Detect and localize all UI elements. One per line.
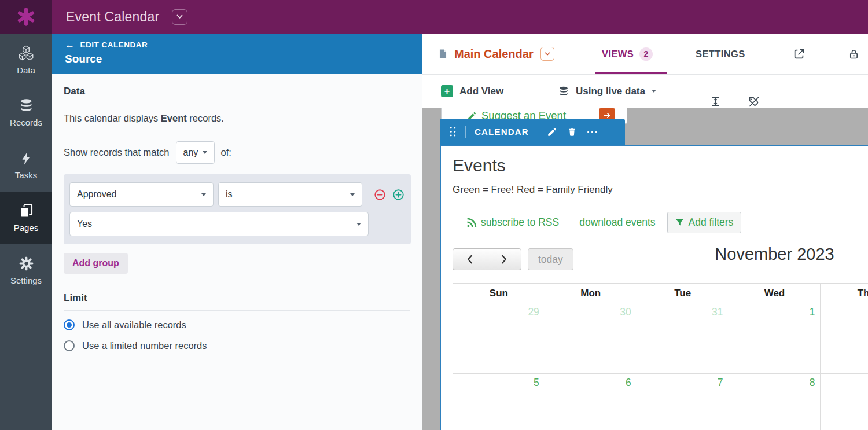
edit-view-pencil-icon[interactable] (547, 127, 557, 137)
displays-sentence: This calendar displays Event records. (64, 113, 410, 124)
day-cell[interactable] (821, 374, 868, 430)
lock-icon[interactable] (848, 47, 860, 61)
lightning-bolt-icon (19, 151, 34, 166)
sidebar: Data Records Tasks Pages Settings (0, 34, 52, 430)
add-rule-button[interactable] (392, 188, 405, 201)
divider (538, 126, 538, 138)
radio-selected-icon[interactable] (64, 319, 75, 330)
filter-operator-select[interactable]: is (218, 182, 362, 207)
calendar-week-row: 29 30 31 1 (453, 303, 868, 374)
sidebar-item-label: Tasks (15, 170, 37, 180)
filter-rule-group: Approved is Ye (64, 174, 411, 244)
limit-option-limited[interactable]: Use a limited number records (64, 340, 410, 351)
add-view-button[interactable]: + Add View (441, 75, 503, 108)
calendar-view-panel: Events Green = Free! Red = Family Friend… (440, 145, 868, 430)
page-name[interactable]: Main Calendar (454, 47, 534, 61)
match-prefix-label: Show records that match (64, 147, 170, 158)
calendar-title: Events (453, 156, 868, 175)
database-icon (19, 98, 34, 113)
day-header: Mon (545, 284, 637, 303)
arrow-right-icon (603, 112, 612, 119)
view-type-label[interactable]: CALENDAR (475, 127, 529, 137)
tab-views[interactable]: VIEWS 2 (602, 34, 653, 74)
plus-icon: + (441, 85, 453, 97)
day-cell[interactable] (821, 303, 868, 374)
remove-rule-button[interactable] (373, 188, 387, 201)
day-cell[interactable]: 7 (637, 374, 729, 430)
open-external-icon[interactable] (793, 47, 806, 60)
page-workspace: Main Calendar VIEWS 2 SETTINGS + (422, 34, 868, 430)
data-cubes-icon (17, 45, 35, 61)
match-suffix-label: of: (221, 147, 231, 158)
day-header: Sun (453, 284, 545, 303)
live-data-dropdown[interactable]: Using live data (558, 75, 656, 108)
day-cell[interactable]: 8 (729, 374, 821, 430)
views-toolbar: + Add View Using live data (422, 75, 868, 108)
database-icon (558, 86, 569, 97)
match-type-select[interactable]: any (176, 141, 215, 164)
panel-title: Source (65, 53, 409, 65)
asterisk-logo-icon (16, 7, 36, 27)
download-events-link[interactable]: download events (579, 216, 655, 229)
subscribe-rss-link[interactable]: subscribe to RSS (466, 216, 559, 229)
chevron-down-icon (201, 193, 206, 196)
day-header-row: Sun Mon Tue Wed Thu (453, 284, 868, 303)
day-cell[interactable]: 30 (545, 303, 637, 374)
day-cell[interactable]: 29 (453, 303, 545, 374)
chevron-down-icon (350, 193, 355, 196)
tab-settings[interactable]: SETTINGS (696, 34, 745, 74)
delete-view-trash-icon[interactable] (567, 127, 577, 137)
calendar-subtitle: Green = Free! Red = Family Friendly (453, 184, 868, 196)
calendar-view-toolbar: CALENDAR (440, 119, 625, 145)
data-section-heading: Data (64, 86, 410, 104)
live-preview-area: Suggest an Event CALENDAR (422, 108, 868, 430)
page-toolbar: Main Calendar VIEWS 2 SETTINGS (422, 34, 868, 75)
sidebar-item-label: Pages (14, 223, 39, 233)
sidebar-item-pages[interactable]: Pages (0, 192, 52, 244)
sidebar-item-records[interactable]: Records (0, 86, 52, 139)
chevron-down-icon (356, 223, 361, 226)
filter-value-select[interactable]: Yes (69, 212, 369, 236)
sidebar-item-data[interactable]: Data (0, 34, 52, 86)
calendar-nav-toolbar: today November 2023 (453, 246, 868, 276)
chevron-down-icon (652, 90, 656, 93)
limit-section-heading: Limit (64, 292, 410, 311)
limit-option-label: Use all available records (82, 319, 186, 330)
pages-icon (19, 203, 34, 219)
day-cell[interactable]: 5 (453, 374, 545, 430)
top-bar: Event Calendar (0, 0, 868, 34)
back-to-edit-calendar[interactable]: ← EDIT CALENDAR (65, 40, 409, 50)
app-menu-button[interactable] (172, 9, 187, 25)
sidebar-item-label: Data (17, 65, 35, 75)
day-header: Thu (821, 284, 868, 303)
more-options-ellipsis-icon[interactable] (587, 130, 598, 134)
day-cell[interactable]: 6 (545, 374, 637, 430)
app-logo[interactable] (0, 0, 52, 34)
add-filters-button[interactable]: Add filters (667, 212, 742, 233)
rss-icon (466, 218, 477, 228)
sidebar-item-label: Records (10, 117, 42, 127)
limit-option-label: Use a limited number records (82, 340, 207, 351)
day-header: Tue (637, 284, 729, 303)
limit-option-all[interactable]: Use all available records (64, 319, 410, 330)
back-arrow-icon: ← (65, 40, 75, 50)
sidebar-item-tasks[interactable]: Tasks (0, 139, 52, 192)
chevron-down-icon (203, 151, 207, 154)
day-cell[interactable]: 31 (637, 303, 729, 374)
month-title: November 2023 (453, 245, 868, 264)
page-menu-button[interactable] (540, 47, 554, 61)
app-title: Event Calendar (66, 9, 159, 25)
active-tab-underline (595, 72, 667, 74)
day-header: Wed (729, 284, 821, 303)
edit-calendar-panel: ← EDIT CALENDAR Source Data This calenda… (52, 34, 422, 430)
radio-unselected-icon[interactable] (64, 340, 75, 351)
add-group-button[interactable]: Add group (64, 253, 128, 274)
sidebar-item-settings[interactable]: Settings (0, 244, 52, 297)
day-cell[interactable]: 1 (729, 303, 821, 374)
filter-field-select[interactable]: Approved (69, 182, 214, 207)
drag-handle-icon[interactable] (449, 126, 457, 137)
filter-funnel-icon (675, 218, 684, 227)
divider (465, 126, 466, 138)
calendar-grid: Sun Mon Tue Wed Thu 29 30 31 1 (453, 283, 868, 430)
back-label: EDIT CALENDAR (80, 41, 148, 49)
